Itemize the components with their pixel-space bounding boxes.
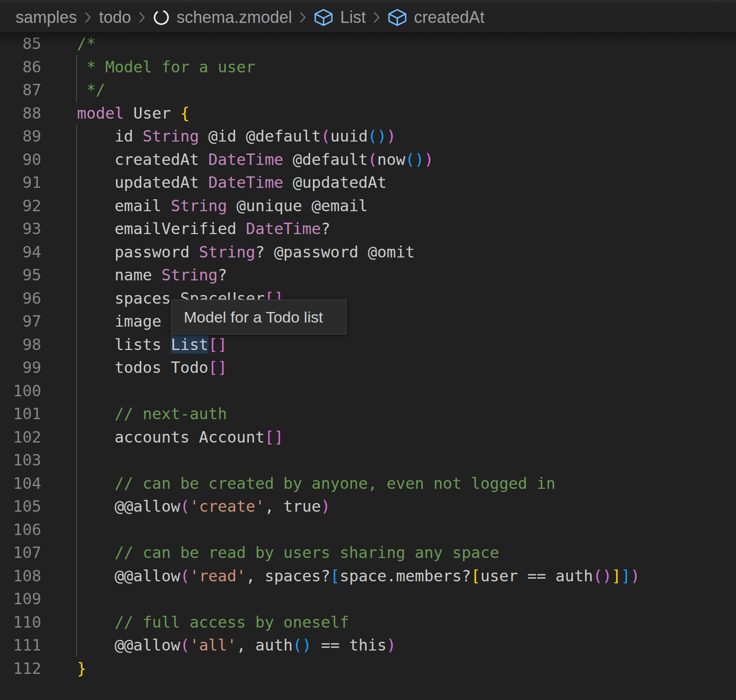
code-token: @default xyxy=(283,150,368,169)
code-line[interactable]: 109 xyxy=(0,587,736,611)
code-text: // full access by oneself xyxy=(41,611,736,634)
code-token: user == auth xyxy=(480,567,593,585)
line-number[interactable]: 110 xyxy=(0,611,41,634)
code-token: ) xyxy=(387,127,396,145)
code-line[interactable]: 112} xyxy=(0,657,736,680)
line-number[interactable]: 107 xyxy=(0,541,41,564)
code-token: // can be read by users sharing any spac… xyxy=(77,543,499,562)
code-token: // can be created by anyone, even not lo… xyxy=(77,474,555,492)
line-number[interactable]: 91 xyxy=(0,171,41,194)
code-line[interactable]: 111 @@allow('all', auth() == this) xyxy=(0,634,736,657)
line-number[interactable]: 111 xyxy=(0,634,41,657)
code-text: password String? @password @omit xyxy=(41,241,736,264)
line-number[interactable]: 93 xyxy=(0,217,41,241)
code-line[interactable]: 99 todos Todo[] xyxy=(0,356,736,379)
breadcrumb-item-schema.zmodel[interactable]: schema.zmodel xyxy=(176,8,292,27)
code-line[interactable]: 108 @@allow('read', spaces?[space.member… xyxy=(0,564,736,588)
code-line[interactable]: 106 xyxy=(0,518,736,541)
line-number[interactable]: 109 xyxy=(0,587,41,611)
code-line[interactable]: 91 updatedAt DateTime @updatedAt xyxy=(0,171,736,194)
line-number[interactable]: 95 xyxy=(0,263,41,287)
code-line[interactable]: 103 xyxy=(0,448,736,472)
code-line[interactable]: 107 // can be read by users sharing any … xyxy=(0,541,736,564)
line-number[interactable]: 86 xyxy=(0,55,41,79)
code-line[interactable]: 93 emailVerified DateTime? xyxy=(0,217,736,241)
code-token: name xyxy=(77,266,161,284)
code-token: id xyxy=(77,127,143,145)
line-number[interactable]: 88 xyxy=(0,102,41,125)
code-text: todos Todo[] xyxy=(41,356,736,379)
code-token: email xyxy=(77,197,171,215)
line-number[interactable]: 106 xyxy=(0,518,41,541)
code-token: // full access by oneself xyxy=(77,613,349,631)
code-text: model User { xyxy=(41,102,736,125)
line-number[interactable]: 112 xyxy=(0,657,41,680)
code-line[interactable]: 97 image String? xyxy=(0,310,736,333)
line-number[interactable]: 92 xyxy=(0,194,41,218)
breadcrumb-item-todo[interactable]: todo xyxy=(99,8,131,27)
code-line[interactable]: 87 */ xyxy=(0,78,736,102)
code-text: } xyxy=(41,657,736,680)
code-text xyxy=(41,448,736,472)
code-token: String xyxy=(161,266,218,284)
code-token: space.members? xyxy=(340,567,471,585)
code-line[interactable]: 90 createdAt DateTime @default(now()) xyxy=(0,148,736,171)
line-number[interactable]: 87 xyxy=(0,78,41,102)
line-number[interactable]: 98 xyxy=(0,333,41,356)
code-line[interactable]: 110 // full access by oneself xyxy=(0,611,736,634)
breadcrumb[interactable]: samplestodoschema.zmodelListcreatedAt xyxy=(0,2,736,32)
line-number[interactable]: 102 xyxy=(0,426,41,449)
breadcrumb-item-samples[interactable]: samples xyxy=(16,8,77,27)
code-token: image xyxy=(77,312,171,330)
code-line[interactable]: 89 id String @id @default(uuid()) xyxy=(0,125,736,148)
code-line[interactable]: 94 password String? @password @omit xyxy=(0,241,736,264)
code-line[interactable]: 92 email String @unique @email xyxy=(0,194,736,218)
line-number[interactable]: 94 xyxy=(0,241,41,264)
line-number[interactable]: 104 xyxy=(0,472,41,495)
code-line[interactable]: 96 spaces SpaceUser[] xyxy=(0,287,736,310)
code-token: , true xyxy=(264,497,321,515)
line-number[interactable]: 101 xyxy=(0,402,41,426)
code-token: @id @default xyxy=(199,127,321,145)
code-editor[interactable]: 85/*86 * Model for a user87 */88model Us… xyxy=(0,32,736,700)
line-number[interactable]: 108 xyxy=(0,564,41,588)
line-number[interactable]: 90 xyxy=(0,148,41,171)
code-text: image String? xyxy=(41,310,736,333)
line-number[interactable]: 97 xyxy=(0,310,41,333)
code-text: createdAt DateTime @default(now()) xyxy=(41,148,736,171)
code-token: { xyxy=(180,104,189,122)
code-line[interactable]: 88model User { xyxy=(0,102,736,125)
code-lines: 85/*86 * Model for a user87 */88model Us… xyxy=(0,32,736,680)
code-token: DateTime xyxy=(209,150,284,169)
line-number[interactable]: 85 xyxy=(0,32,41,55)
line-number[interactable]: 99 xyxy=(0,356,41,379)
code-token: () xyxy=(368,127,387,145)
code-token: ( xyxy=(180,567,189,585)
line-number[interactable]: 89 xyxy=(0,125,41,148)
code-line[interactable]: 104 // can be created by anyone, even no… xyxy=(0,472,736,495)
code-text: id String @id @default(uuid()) xyxy=(41,125,736,148)
breadcrumb-item-createdAt[interactable]: createdAt xyxy=(414,8,484,27)
code-line[interactable]: 101 // next-auth xyxy=(0,402,736,426)
code-line[interactable]: 98 lists List[] xyxy=(0,333,736,356)
breadcrumb-separator-icon xyxy=(83,11,93,24)
loading-circle-icon xyxy=(152,8,170,27)
code-token: DateTime xyxy=(209,173,284,191)
code-line[interactable]: 105 @@allow('create', true) xyxy=(0,495,736,518)
code-token: User xyxy=(124,104,180,122)
code-line[interactable]: 86 * Model for a user xyxy=(0,55,736,79)
code-text: @@allow('all', auth() == this) xyxy=(41,634,736,657)
code-token: ] xyxy=(621,567,630,585)
code-line[interactable]: 95 name String? xyxy=(0,263,736,287)
code-line[interactable]: 100 xyxy=(0,379,736,403)
code-text: lists List[] xyxy=(41,333,736,356)
code-line[interactable]: 85/* xyxy=(0,32,736,55)
line-number[interactable]: 96 xyxy=(0,287,41,310)
line-number[interactable]: 100 xyxy=(0,379,41,403)
line-number[interactable]: 103 xyxy=(0,448,41,472)
code-line[interactable]: 102 accounts Account[] xyxy=(0,426,736,449)
code-text: updatedAt DateTime @updatedAt xyxy=(41,171,736,194)
line-number[interactable]: 105 xyxy=(0,495,41,518)
breadcrumb-item-List[interactable]: List xyxy=(340,8,366,27)
code-token: () xyxy=(405,150,424,169)
